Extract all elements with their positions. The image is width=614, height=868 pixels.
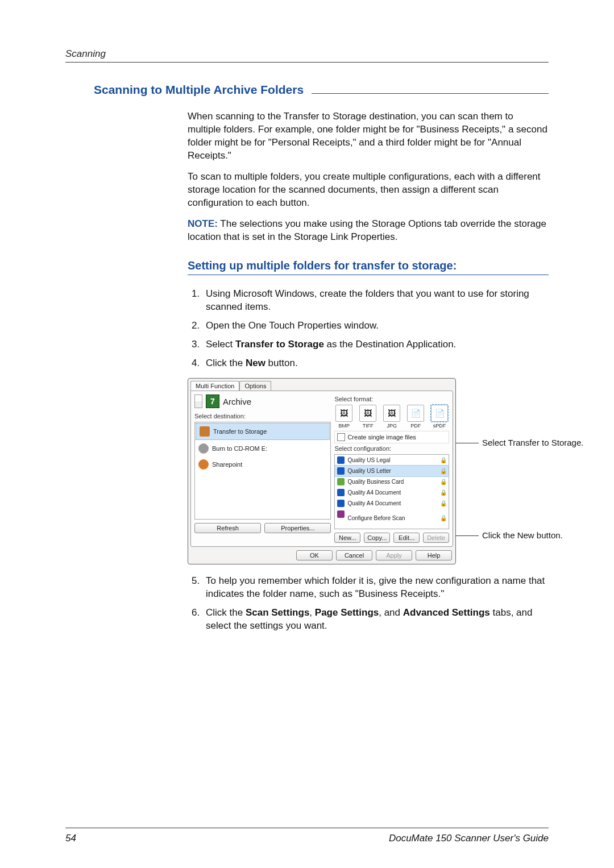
- destination-sharepoint[interactable]: Sharepoint: [195, 456, 330, 472]
- destination-list[interactable]: Transfer to Storage Burn to CD-ROM E: Sh…: [194, 422, 331, 520]
- destination-transfer-to-storage[interactable]: Transfer to Storage: [196, 423, 330, 440]
- config-icon: [337, 467, 345, 475]
- edit-button[interactable]: Edit...: [393, 533, 420, 543]
- lock-icon: 🔒: [440, 468, 446, 474]
- step-item: Click the Scan Settings, Page Settings, …: [202, 607, 549, 633]
- config-icon: [337, 489, 345, 496]
- properties-dialog: Multi Function Options 7 Archive Select …: [188, 378, 456, 564]
- format-jpg[interactable]: 🖼: [383, 405, 400, 422]
- cancel-button[interactable]: Cancel: [336, 550, 372, 560]
- function-spinner[interactable]: [194, 394, 202, 408]
- h3-rule: [188, 275, 549, 275]
- new-button[interactable]: New...: [334, 533, 360, 543]
- header-rule: [65, 62, 549, 63]
- step-item: Using Microsoft Windows, create the fold…: [202, 288, 549, 314]
- ok-button[interactable]: OK: [296, 550, 333, 560]
- step-item: Open the One Touch Properties window.: [202, 319, 549, 333]
- configuration-list[interactable]: Quality US Legal🔒 Quality US Letter🔒 Qua…: [334, 454, 449, 529]
- config-icon: [337, 510, 345, 518]
- sharepoint-icon: [198, 459, 209, 470]
- step-item: Click the New button.: [202, 357, 549, 370]
- create-single-label: Create single image files: [347, 434, 416, 441]
- config-icon: [337, 456, 345, 464]
- apply-button[interactable]: Apply: [376, 550, 412, 560]
- note-label: NOTE:: [188, 218, 218, 229]
- properties-button[interactable]: Properties...: [264, 523, 331, 533]
- config-icon: [337, 500, 345, 507]
- step-item: To help you remember which folder it is,…: [202, 575, 549, 601]
- callout-text: Select Transfer to Storage.: [482, 438, 583, 447]
- refresh-button[interactable]: Refresh: [194, 523, 261, 533]
- destination-burn-to-cd[interactable]: Burn to CD-ROM E:: [195, 441, 330, 456]
- delete-button[interactable]: Delete: [423, 533, 449, 543]
- format-spdf[interactable]: 📄: [431, 405, 448, 422]
- footer-guide: DocuMate 150 Scanner User's Guide: [389, 833, 549, 844]
- lock-icon: 🔒: [440, 479, 446, 485]
- format-bmp[interactable]: 🖼: [335, 405, 352, 422]
- archive-icon: 7: [206, 394, 219, 408]
- note-text: The selections you make using the Storag…: [188, 218, 546, 242]
- tab-multi-function[interactable]: Multi Function: [190, 381, 239, 391]
- lock-icon: 🔒: [440, 500, 446, 506]
- lock-icon: 🔒: [440, 457, 446, 463]
- config-icon: [337, 478, 345, 485]
- step-item: Select Transfer to Storage as the Destin…: [202, 338, 549, 351]
- select-format-label: Select format:: [334, 396, 449, 402]
- footer-rule: [65, 828, 549, 828]
- page-number: 54: [65, 833, 76, 844]
- cabinet-icon: [200, 426, 210, 437]
- paragraph: When scanning to the Transfer to Storage…: [188, 110, 549, 163]
- format-pdf[interactable]: 📄: [407, 405, 424, 422]
- copy-button[interactable]: Copy...: [364, 533, 390, 543]
- function-label: Archive: [223, 397, 251, 406]
- callout-text: Click the New button.: [482, 530, 563, 540]
- create-single-checkbox[interactable]: [337, 433, 345, 441]
- tab-options[interactable]: Options: [239, 381, 271, 391]
- paragraph: To scan to multiple folders, you create …: [188, 171, 549, 210]
- heading-3: Setting up multiple folders for transfer…: [188, 259, 549, 272]
- cd-icon: [198, 443, 209, 454]
- lock-icon: 🔒: [440, 489, 446, 496]
- format-tiff[interactable]: 🖼: [359, 405, 376, 422]
- help-button[interactable]: Help: [416, 550, 452, 560]
- h2-rule: [312, 93, 549, 94]
- lock-icon: 🔒: [440, 515, 446, 521]
- note-paragraph: NOTE: The selections you make using the …: [188, 218, 549, 244]
- section-label: Scanning: [65, 48, 549, 60]
- select-configuration-label: Select configuration:: [334, 445, 449, 452]
- select-destination-label: Select destination:: [194, 413, 331, 420]
- heading-2: Scanning to Multiple Archive Folders: [94, 83, 304, 97]
